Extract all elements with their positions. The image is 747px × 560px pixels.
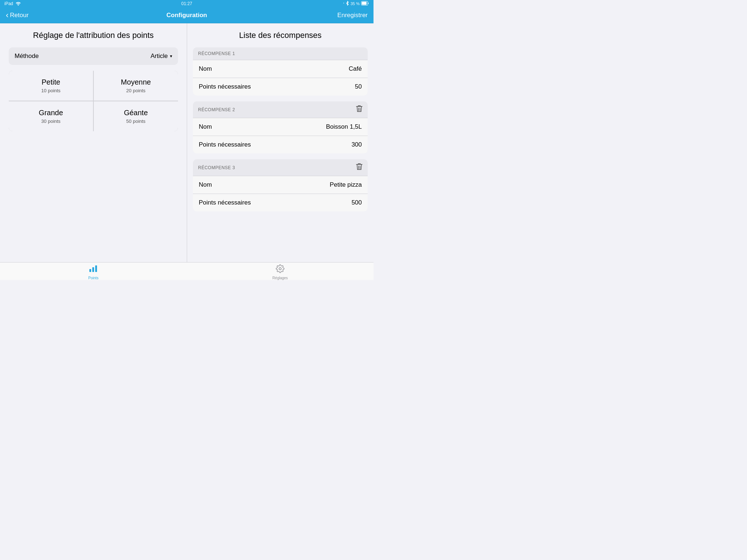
svg-point-9 [279,268,281,270]
size-points-petite: 10 points [15,88,87,93]
delete-reward-2-button[interactable] [356,105,363,114]
reward-2-points-label: Points nécessaires [199,141,251,148]
delete-reward-3-button[interactable] [356,163,363,172]
back-label: Retour [10,12,28,19]
size-moyenne[interactable]: Moyenne 20 points [94,71,178,101]
reward-2-points-row[interactable]: Points nécessaires 300 [193,136,368,153]
main-content: Réglage de l'attribution des points Méth… [0,23,374,262]
reward-header-3: RÉCOMPENSE 3 [193,159,368,176]
bluetooth-icon: ʿ [343,1,349,7]
wifi-icon [15,1,21,7]
points-tab-label: Points [88,276,98,280]
reward-1-points-row[interactable]: Points nécessaires 50 [193,78,368,96]
svg-rect-8 [95,265,97,272]
size-name-moyenne: Moyenne [100,78,172,86]
reward-3-points-value: 500 [352,199,362,206]
reward-1-name-value: Café [349,65,362,73]
reward-section-3: RÉCOMPENSE 3 Nom Petite pizza Points néc… [193,159,368,211]
back-button[interactable]: ‹ Retour [6,11,28,20]
reward-section-2: RÉCOMPENSE 2 Nom Boisson 1,5L Points néc… [193,101,368,153]
status-time: 01:27 [181,1,192,6]
nav-bar: ‹ Retour Configuration Enregistrer [0,7,374,23]
size-name-petite: Petite [15,78,87,86]
tab-points[interactable]: Points [0,263,187,280]
size-grid: Petite 10 points Moyenne 20 points Grand… [9,71,178,131]
status-left: iPad [4,1,21,7]
battery-icon [361,1,369,6]
battery-percent: 35 % [351,1,360,6]
nav-title: Configuration [166,12,207,19]
size-geante[interactable]: Géante 50 points [94,101,178,131]
status-right: ʿ 35 % [343,1,369,7]
reward-2-points-value: 300 [352,141,362,148]
dropdown-arrow-icon: ▾ [170,54,172,59]
reward-2-name-label: Nom [199,123,212,131]
reward-3-name-row[interactable]: Nom Petite pizza [193,176,368,194]
reward-2-name-value: Boisson 1,5L [326,123,362,131]
status-bar: iPad 01:27 ʿ 35 % [0,0,374,7]
method-value-text: Article [151,52,168,60]
reglages-tab-label: Réglages [272,276,288,280]
back-chevron-icon: ‹ [6,11,8,20]
right-panel: Liste des récompenses RÉCOMPENSE 1 Nom C… [187,23,374,262]
svg-rect-1 [362,2,367,5]
tab-bar: Points Réglages [0,262,374,280]
size-points-geante: 50 points [100,118,172,124]
reward-label-2: RÉCOMPENSE 2 [198,107,235,112]
reward-section-1: RÉCOMPENSE 1 Nom Café Points nécessaires… [193,47,368,96]
device-label: iPad [4,1,13,6]
reward-3-points-row[interactable]: Points nécessaires 500 [193,194,368,211]
size-points-grande: 30 points [15,118,87,124]
reward-1-name-label: Nom [199,65,212,73]
size-grande[interactable]: Grande 30 points [9,101,93,131]
reward-3-name-value: Petite pizza [330,181,362,188]
right-panel-title: Liste des récompenses [193,31,368,40]
method-selector[interactable]: Méthode Article ▾ [9,47,178,65]
reward-2-name-row[interactable]: Nom Boisson 1,5L [193,118,368,136]
left-panel: Réglage de l'attribution des points Méth… [0,23,187,262]
method-value[interactable]: Article ▾ [151,52,172,60]
reward-3-points-label: Points nécessaires [199,199,251,206]
reward-header-2: RÉCOMPENSE 2 [193,101,368,118]
points-tab-icon [89,264,98,275]
reward-1-points-value: 50 [355,83,362,90]
reward-1-points-label: Points nécessaires [199,83,251,90]
reward-label-1: RÉCOMPENSE 1 [198,51,235,56]
size-points-moyenne: 20 points [100,88,172,93]
method-label: Méthode [15,52,39,60]
size-name-grande: Grande [15,109,87,117]
svg-rect-6 [89,269,91,272]
save-button[interactable]: Enregistrer [337,12,368,19]
reward-header-1: RÉCOMPENSE 1 [193,47,368,60]
reglages-tab-icon [276,264,285,275]
left-panel-title: Réglage de l'attribution des points [9,31,178,40]
size-petite[interactable]: Petite 10 points [9,71,93,101]
reward-1-name-row[interactable]: Nom Café [193,60,368,78]
reward-label-3: RÉCOMPENSE 3 [198,165,235,170]
tab-reglages[interactable]: Réglages [187,263,374,280]
reward-3-name-label: Nom [199,181,212,188]
svg-rect-7 [92,267,94,272]
size-name-geante: Géante [100,109,172,117]
